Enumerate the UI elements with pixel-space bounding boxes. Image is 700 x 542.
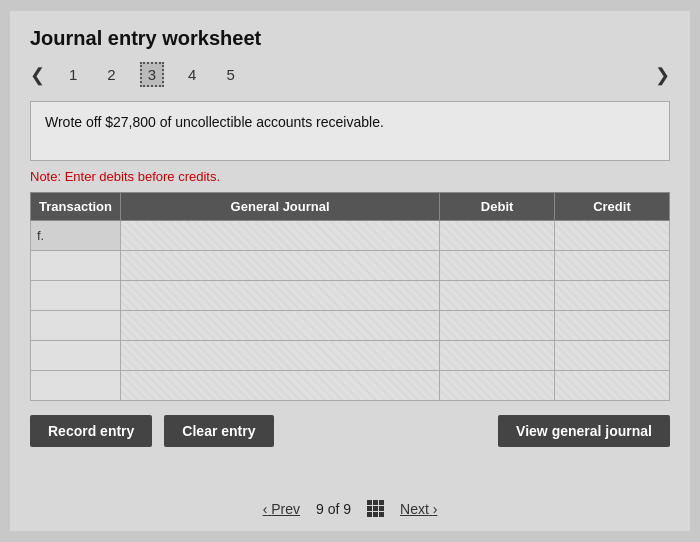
- tab-3[interactable]: 3: [140, 62, 164, 87]
- journal-cell[interactable]: [120, 371, 439, 401]
- debit-cell[interactable]: [440, 251, 555, 281]
- journal-table: Transaction General Journal Debit Credit…: [30, 192, 670, 401]
- credit-cell[interactable]: [554, 251, 669, 281]
- table-row: f.: [31, 221, 670, 251]
- th-credit: Credit: [554, 193, 669, 221]
- table-row: [31, 281, 670, 311]
- journal-cell[interactable]: [120, 281, 439, 311]
- th-transaction: Transaction: [31, 193, 121, 221]
- footer-nav: ‹ Prev 9 of 9 Next ›: [10, 500, 690, 517]
- description-box: Wrote off $27,800 of uncollectible accou…: [30, 101, 670, 161]
- next-label: Next: [400, 501, 429, 517]
- transaction-cell: [31, 341, 121, 371]
- page-info: 9 of 9: [316, 501, 351, 517]
- view-journal-button[interactable]: View general journal: [498, 415, 670, 447]
- debit-cell[interactable]: [440, 311, 555, 341]
- journal-cell[interactable]: [120, 251, 439, 281]
- debit-cell[interactable]: [440, 371, 555, 401]
- journal-cell[interactable]: [120, 341, 439, 371]
- credit-cell[interactable]: [554, 371, 669, 401]
- page-title: Journal entry worksheet: [30, 27, 670, 50]
- credit-cell[interactable]: [554, 311, 669, 341]
- transaction-cell: [31, 251, 121, 281]
- th-journal: General Journal: [120, 193, 439, 221]
- journal-cell[interactable]: [120, 311, 439, 341]
- next-tab-arrow[interactable]: ❯: [655, 64, 670, 86]
- grid-icon[interactable]: [367, 500, 384, 517]
- transaction-cell: [31, 311, 121, 341]
- clear-entry-button[interactable]: Clear entry: [164, 415, 273, 447]
- button-row: Record entry Clear entry View general jo…: [30, 415, 670, 447]
- transaction-cell: f.: [31, 221, 121, 251]
- tab-4[interactable]: 4: [182, 64, 202, 85]
- credit-cell[interactable]: [554, 281, 669, 311]
- next-chevron-icon: ›: [433, 501, 438, 517]
- journal-cell[interactable]: [120, 221, 439, 251]
- prev-chevron-icon: ‹: [263, 501, 268, 517]
- transaction-cell: [31, 371, 121, 401]
- tab-navigation: ❮ 1 2 3 4 5 ❯: [30, 62, 670, 87]
- tab-1[interactable]: 1: [63, 64, 83, 85]
- table-row: [31, 341, 670, 371]
- credit-cell[interactable]: [554, 341, 669, 371]
- page-container: Journal entry worksheet ❮ 1 2 3 4 5 ❯ Wr…: [10, 11, 690, 531]
- tab-5[interactable]: 5: [220, 64, 240, 85]
- transaction-cell: [31, 281, 121, 311]
- tab-2[interactable]: 2: [101, 64, 121, 85]
- prev-tab-arrow[interactable]: ❮: [30, 64, 45, 86]
- debit-cell[interactable]: [440, 281, 555, 311]
- debit-cell[interactable]: [440, 341, 555, 371]
- credit-cell[interactable]: [554, 221, 669, 251]
- description-text: Wrote off $27,800 of uncollectible accou…: [45, 114, 384, 130]
- debit-cell[interactable]: [440, 221, 555, 251]
- prev-label: Prev: [271, 501, 300, 517]
- table-row: [31, 311, 670, 341]
- table-row: [31, 371, 670, 401]
- next-link[interactable]: Next ›: [400, 501, 437, 517]
- th-debit: Debit: [440, 193, 555, 221]
- record-entry-button[interactable]: Record entry: [30, 415, 152, 447]
- prev-link[interactable]: ‹ Prev: [263, 501, 300, 517]
- note-text: Note: Enter debits before credits.: [30, 169, 670, 184]
- table-row: [31, 251, 670, 281]
